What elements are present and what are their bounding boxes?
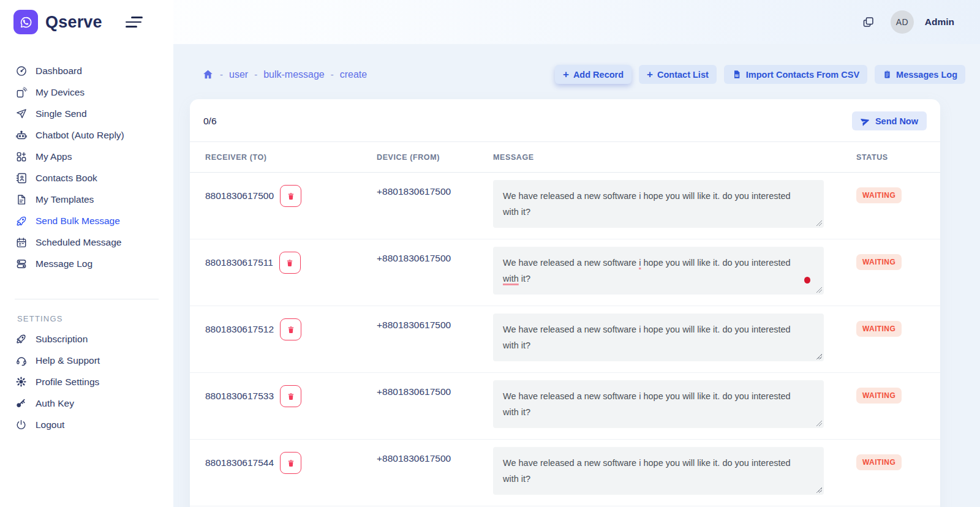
sidebar-item-my-apps[interactable]: My Apps xyxy=(0,146,173,167)
messages-log-button[interactable]: Messages Log xyxy=(875,65,965,84)
send-now-button[interactable]: Send Now xyxy=(852,111,927,130)
sidebar-item-subscription[interactable]: Subscription xyxy=(0,328,173,350)
delete-row-button[interactable] xyxy=(280,185,301,207)
sidebar-item-contacts-book[interactable]: Contacts Book xyxy=(0,167,173,189)
message-textarea[interactable]: We have released a new software i hope y… xyxy=(493,380,824,428)
sidebar-item-label: Single Send xyxy=(36,108,87,119)
sidebar-item-my-devices[interactable]: My Devices xyxy=(0,81,173,103)
breadcrumb-item-create[interactable]: create xyxy=(340,69,367,80)
contact-list-button[interactable]: + Contact List xyxy=(639,65,717,84)
sidebar-item-scheduled-message[interactable]: Scheduled Message xyxy=(0,231,173,253)
sidebar-item-label: Auth Key xyxy=(36,398,74,409)
spellcheck-indicator-dot xyxy=(804,277,810,284)
col-header-message: MESSAGE xyxy=(493,153,855,162)
breadcrumb-separator: - xyxy=(220,69,223,80)
plus-icon: + xyxy=(563,69,569,80)
device-number: +8801830617500 xyxy=(377,446,493,495)
sidebar-item-send-bulk-message[interactable]: Send Bulk Message xyxy=(0,210,173,231)
template-file-icon xyxy=(15,193,28,206)
sidebar-item-single-send[interactable]: Single Send xyxy=(0,103,173,124)
messages-log-label: Messages Log xyxy=(896,70,957,80)
sidebar-item-logout[interactable]: Logout xyxy=(0,414,173,435)
svg-text:CSV: CSV xyxy=(735,74,739,77)
delete-row-button[interactable] xyxy=(280,385,301,407)
message-textarea[interactable]: We have released a new software i hope y… xyxy=(493,247,824,295)
gear-icon xyxy=(15,375,28,388)
log-cards-icon xyxy=(15,257,28,270)
import-contacts-csv-button[interactable]: CSV Import Contacts From CSV xyxy=(724,65,867,84)
trash-icon xyxy=(287,192,295,201)
sidebar-item-dashboard[interactable]: Dashboard xyxy=(0,60,173,81)
home-icon[interactable] xyxy=(202,69,214,80)
avatar[interactable]: AD xyxy=(891,10,914,34)
receiver-number: 8801830617500 xyxy=(205,190,274,201)
import-contacts-label: Import Contacts From CSV xyxy=(746,70,859,80)
sidebar-item-label: Send Bulk Message xyxy=(36,216,120,227)
sidebar: Dashboard My Devices Single Send xyxy=(0,44,173,507)
message-textarea[interactable]: We have released a new software i hope y… xyxy=(493,314,824,361)
delete-row-button[interactable] xyxy=(280,452,301,474)
table-row: 8801830617500 +8801830617500 We have rel… xyxy=(190,173,940,239)
csv-file-icon: CSV xyxy=(732,69,742,80)
dashboard-gauge-icon xyxy=(15,64,28,77)
delete-row-button[interactable] xyxy=(279,252,301,274)
receiver-number: 8801830617511 xyxy=(205,257,273,268)
message-textarea[interactable]: We have released a new software i hope y… xyxy=(493,447,824,495)
sidebar-item-label: Logout xyxy=(36,419,64,430)
sidebar-item-help-support[interactable]: Help & Support xyxy=(0,350,173,371)
user-name[interactable]: Admin xyxy=(925,17,954,28)
sidebar-item-profile-settings[interactable]: Profile Settings xyxy=(0,371,173,392)
headset-icon xyxy=(15,354,28,367)
status-badge: WAITING xyxy=(856,388,902,404)
rocket-icon xyxy=(15,214,28,227)
message-textarea[interactable]: We have released a new software i hope y… xyxy=(493,180,824,228)
trash-icon xyxy=(285,258,294,268)
add-record-label: Add Record xyxy=(573,70,624,80)
table-row: 8801830617512 +8801830617500 We have rel… xyxy=(190,306,940,373)
device-number: +8801830617500 xyxy=(377,379,493,428)
power-icon xyxy=(15,418,28,431)
sidebar-item-label: Subscription xyxy=(36,334,88,345)
delete-row-button[interactable] xyxy=(280,318,301,340)
send-plane-icon xyxy=(861,116,870,126)
sidebar-item-label: Profile Settings xyxy=(36,377,99,388)
sidebar-item-chatbot[interactable]: Chatbot (Auto Reply) xyxy=(0,124,173,146)
paper-plane-icon xyxy=(15,107,28,120)
bulk-message-card: 0/6 Send Now RECEIVER (TO) DEVICE (FROM)… xyxy=(190,99,940,507)
table-row: 8801830617544 +8801830617500 We have rel… xyxy=(190,440,940,506)
sidebar-item-label: My Apps xyxy=(36,151,72,162)
apps-grid-plus-icon xyxy=(15,150,28,163)
add-record-button[interactable]: + Add Record xyxy=(555,65,631,84)
trash-icon xyxy=(287,325,295,334)
device-number: +8801830617500 xyxy=(377,246,493,295)
table-header: RECEIVER (TO) DEVICE (FROM) MESSAGE STAT… xyxy=(190,142,940,173)
topbar: Qserve AD Admin xyxy=(0,0,980,44)
sidebar-item-label: Message Log xyxy=(36,258,92,269)
address-book-icon xyxy=(15,171,28,184)
settings-section-label: SETTINGS xyxy=(17,314,173,323)
breadcrumb-item-bulk-message[interactable]: bulk-message xyxy=(263,69,325,80)
sidebar-item-message-log[interactable]: Message Log xyxy=(0,253,173,274)
fullscreen-windows-icon[interactable] xyxy=(862,16,875,29)
sidebar-item-label: Dashboard xyxy=(36,66,82,77)
breadcrumb-item-user[interactable]: user xyxy=(229,69,248,80)
robot-icon xyxy=(15,129,28,141)
contact-list-label: Contact List xyxy=(657,70,709,80)
receiver-number: 8801830617544 xyxy=(205,457,274,468)
breadcrumb-separator: - xyxy=(331,69,334,80)
plus-icon: + xyxy=(647,69,653,80)
sidebar-item-my-templates[interactable]: My Templates xyxy=(0,189,173,210)
sidebar-item-label: My Devices xyxy=(36,87,85,98)
device-number: +8801830617500 xyxy=(377,179,493,228)
trash-icon xyxy=(287,392,295,401)
status-badge: WAITING xyxy=(856,321,902,337)
rocket-icon xyxy=(15,332,28,345)
sidebar-item-auth-key[interactable]: Auth Key xyxy=(0,392,173,414)
sidebar-toggle-icon[interactable] xyxy=(126,17,143,28)
table-row: 8801830617533 +8801830617500 We have rel… xyxy=(190,373,940,440)
breadcrumb-separator: - xyxy=(254,69,257,80)
sidebar-item-label: Help & Support xyxy=(36,355,100,366)
sidebar-item-label: Scheduled Message xyxy=(36,237,121,248)
status-badge: WAITING xyxy=(856,454,902,470)
trash-icon xyxy=(287,459,295,468)
